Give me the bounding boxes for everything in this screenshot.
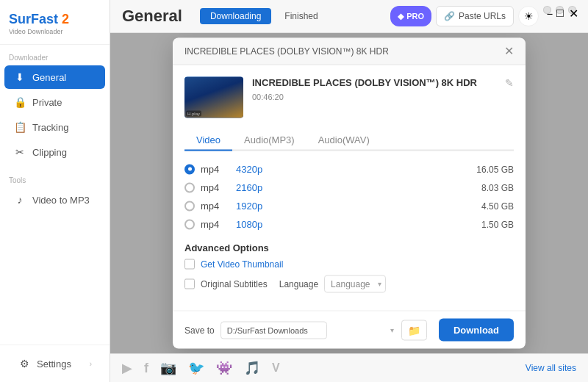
advanced-options-section: Advanced Options Get Video Thumbnail Ori… [184,242,514,293]
video-title: INCREDIBLE PLACES (DOLBY VISION™) 8K HDR [252,77,496,90]
quality-item-1080p[interactable]: mp4 1080p 1.50 GB [184,215,514,234]
video-meta: INCREDIBLE PLACES (DOLBY VISION™) 8K HDR… [252,77,496,101]
browse-folder-button[interactable]: 📁 [401,320,427,340]
page-title: General [122,7,182,26]
theme-toggle-button[interactable]: ☀ [518,6,539,26]
subtitles-row: Original Subtitles Language Language [184,275,514,293]
video-duration: 00:46:20 [252,92,496,101]
sidebar-item-private[interactable]: 🔒 Private [4,90,105,114]
video-info: H.play INCREDIBLE PLACES (DOLBY VISION™)… [184,77,514,118]
thumbnail-checkbox[interactable] [184,259,195,270]
scissors-icon: ✂ [13,146,26,158]
twitter-icon[interactable]: 🐦 [188,360,204,376]
chevron-right-icon: › [90,360,92,368]
sidebar-item-settings[interactable]: ⚙ Settings › [9,352,101,375]
quality-item-1920p[interactable]: mp4 1920p 4.50 GB [184,197,514,215]
sidebar-item-label: Video to MP3 [32,195,90,206]
modal-footer: Save to D:/SurFast Downloads 📁 Download [173,311,526,349]
facebook-icon[interactable]: f [144,361,148,376]
thumbnail-logo: H.play [186,111,201,117]
download-modal: INCREDIBLE PLACES (DOLBY VISION™) 8K HDR… [173,38,526,349]
language-select-wrap: Language [324,275,386,293]
size-2160p: 8.03 GB [481,182,514,192]
sun-icon: ☀ [524,10,534,22]
instagram-icon[interactable]: 📷 [160,360,176,376]
sidebar-item-label: Tracking [32,122,68,133]
pro-badge[interactable]: ◆ PRO [390,6,431,26]
subtitles-label: Original Subtitles [201,279,268,289]
gear-icon: ⚙ [18,358,31,370]
logo-area: SurFast 2 Video Downloader [0,0,110,45]
minimize-button[interactable]: － [543,6,551,14]
tab-finished[interactable]: Finished [274,8,328,24]
sidebar-item-general[interactable]: ⬇ General [4,65,105,89]
sidebar-bottom: ⚙ Settings › [0,345,110,382]
format-tab-video[interactable]: Video [184,130,232,151]
radio-2160p[interactable] [184,182,195,192]
bottom-bar: ▶ f 📷 🐦 👾 🎵 V View all sites [110,353,588,382]
folder-icon: 📁 [408,324,420,336]
radio-1080p[interactable] [184,219,195,229]
video-thumbnail: H.play [184,77,243,118]
tools-section-label: Tools [0,167,110,187]
modal-header-title: INCREDIBLE PLACES (DOLBY VISION™) 8K HDR [184,46,389,57]
tab-downloading[interactable]: Downloading [200,8,271,24]
format-1080p: mp4 [201,219,230,230]
size-1080p: 1.50 GB [481,219,514,229]
sidebar-item-tracking[interactable]: 📋 Tracking [4,115,105,139]
modal-close-button[interactable]: ✕ [504,46,514,57]
diamond-icon: ◆ [398,12,404,21]
top-bar: General Downloading Finished ◆ PRO 🔗 Pas… [110,0,588,33]
settings-label: Settings [37,358,71,370]
resolution-2160p: 2160p [236,182,476,193]
format-tab-audio-wav[interactable]: Audio(WAV) [306,130,381,151]
quality-item-2160p[interactable]: mp4 2160p 8.03 GB [184,179,514,197]
pro-label: PRO [406,12,424,21]
sidebar-item-video-to-mp3[interactable]: ♪ Video to MP3 [4,188,105,212]
view-all-sites-link[interactable]: View all sites [526,363,576,373]
tracking-icon: 📋 [13,121,26,133]
downloader-section-label: Downloader [0,45,110,65]
size-1920p: 4.50 GB [481,201,514,211]
format-tab-audio-mp3[interactable]: Audio(MP3) [232,130,306,151]
sidebar: SurFast 2 Video Downloader Downloader ⬇ … [0,0,110,382]
modal-header: INCREDIBLE PLACES (DOLBY VISION™) 8K HDR… [173,38,526,65]
youtube-icon[interactable]: ▶ [122,360,132,376]
language-select[interactable]: Language [324,275,386,293]
folder-path-wrap: D:/SurFast Downloads [220,321,398,339]
format-2160p: mp4 [201,182,230,193]
edit-icon[interactable]: ✎ [505,77,514,89]
vimeo-icon[interactable]: V [272,361,280,375]
format-tabs: Video Audio(MP3) Audio(WAV) [184,130,514,151]
radio-4320p[interactable] [184,164,195,174]
sidebar-item-clipping[interactable]: ✂ Clipping [4,140,105,164]
quality-list: mp4 4320p 16.05 GB mp4 2160p 8.03 GB mp4… [184,160,514,234]
sidebar-item-label: Clipping [32,147,67,158]
link-icon: 🔗 [444,11,455,21]
size-4320p: 16.05 GB [476,164,514,174]
maximize-button[interactable]: □ [556,6,564,14]
subtitles-checkbox[interactable] [184,279,195,289]
sidebar-item-label: General [32,72,66,83]
format-1920p: mp4 [201,201,230,212]
quality-item-4320p[interactable]: mp4 4320p 16.05 GB [184,160,514,179]
download-button[interactable]: Download [439,319,514,342]
modal-body: H.play INCREDIBLE PLACES (DOLBY VISION™)… [173,65,526,311]
radio-1920p[interactable] [184,201,195,211]
sidebar-item-label: Private [32,97,62,108]
folder-select-area: D:/SurFast Downloads 📁 [220,320,427,340]
lock-icon: 🔒 [13,96,26,108]
twitch-icon[interactable]: 👾 [216,360,232,376]
paste-urls-button[interactable]: 🔗 Paste URLs [436,6,514,26]
music-icon: ♪ [13,194,26,206]
close-button[interactable]: ✕ [568,6,576,14]
main-content: General Downloading Finished ◆ PRO 🔗 Pas… [110,0,588,382]
download-icon: ⬇ [13,71,26,83]
format-4320p: mp4 [201,164,230,175]
resolution-1920p: 1920p [236,201,476,212]
soundcloud-icon[interactable]: 🎵 [244,360,260,376]
resolution-4320p: 4320p [236,164,470,175]
folder-path-select[interactable]: D:/SurFast Downloads [220,321,327,339]
thumbnail-row: Get Video Thumbnail [184,259,514,270]
tab-bar: Downloading Finished [200,8,329,24]
